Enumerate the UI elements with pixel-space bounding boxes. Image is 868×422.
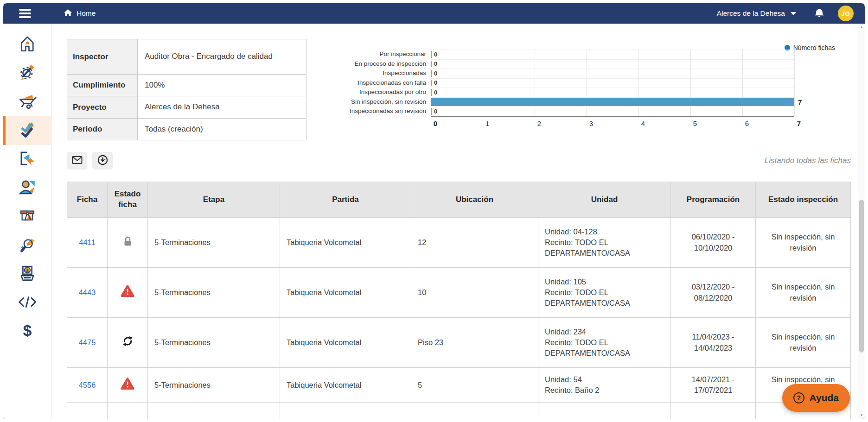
ubicacion-cell: Piso 23 xyxy=(411,318,538,368)
sidebar-item-review[interactable] xyxy=(3,231,51,260)
ficha-link[interactable]: 4556 xyxy=(79,381,96,389)
gridline xyxy=(431,88,794,88)
sidebar-item-planning[interactable] xyxy=(3,202,51,231)
estado-ficha-cell xyxy=(108,403,148,419)
chart-zero-stub xyxy=(431,61,432,68)
chart-x-tick: 6 xyxy=(745,120,749,127)
ubicacion-cell xyxy=(411,403,538,419)
vertical-scrollbar[interactable]: ▲ ▼ xyxy=(858,24,865,419)
table-row: 44755-TerminacionesTabiqueria Volcometal… xyxy=(67,318,851,368)
scroll-down-icon[interactable]: ▼ xyxy=(858,412,865,419)
lock-icon xyxy=(123,240,133,248)
ubicacion-cell: 12 xyxy=(411,218,538,268)
chart-category-label: Inspeccionadas sin revisión xyxy=(343,107,426,116)
chart-x-tick: 5 xyxy=(693,120,697,127)
etapa-cell xyxy=(148,403,280,419)
chart-category-label: En proceso de inspección xyxy=(343,59,426,69)
laptop-dollar-icon: $ xyxy=(18,264,37,285)
sync-icon xyxy=(122,340,134,348)
ficha-cell: 4443 xyxy=(67,268,108,318)
column-header: Ficha xyxy=(67,182,108,218)
summary-value: Auditor Obra - Encargado de calidad xyxy=(138,39,306,75)
programacion-cell: 14/07/2021 - 17/07/2021 xyxy=(671,368,756,403)
column-header: Ubicación xyxy=(411,182,538,218)
project-selector[interactable]: Alerces de la Dehesa xyxy=(717,9,796,18)
ficha-link[interactable]: 4411 xyxy=(79,238,95,246)
chevron-down-icon xyxy=(791,12,796,15)
ficha-cell: 4556 xyxy=(67,368,108,403)
summary-value: Todas (creación) xyxy=(138,118,306,140)
summary-label: Cumplimiento xyxy=(67,75,138,96)
unidad-cell: Unidad: 105Recinto: TODO EL DEPARTAMENTO… xyxy=(538,268,671,318)
ficha-link[interactable]: 4443 xyxy=(79,288,96,296)
programacion-cell: 03/12/2020 - 08/12/2020 xyxy=(671,268,756,318)
partida-cell: Tabiqueria Volcometal xyxy=(280,268,411,318)
download-button[interactable] xyxy=(92,152,113,170)
chart-category-label: Inspeccionadas xyxy=(343,69,426,78)
avatar[interactable]: JG xyxy=(838,6,854,21)
scroll-up-icon[interactable]: ▲ xyxy=(858,24,865,31)
summary-row: InspectorAuditor Obra - Encargado de cal… xyxy=(67,39,306,75)
chart-zero-value: 0 xyxy=(434,79,437,86)
fichas-status-chart: Número fichas Por inspeccionarEn proceso… xyxy=(343,43,853,129)
envelope-icon xyxy=(72,156,83,166)
home-icon xyxy=(18,34,37,55)
export-arrow-icon xyxy=(18,149,37,170)
chart-bar-value: 7 xyxy=(798,98,802,106)
ficha-link[interactable]: 4475 xyxy=(79,338,96,346)
summary-row: PeriodoTodas (creación) xyxy=(67,118,306,140)
chart-zero-value: 0 xyxy=(434,51,437,58)
svg-text:$: $ xyxy=(23,322,32,339)
project-name: Alerces de la Dehesa xyxy=(717,9,785,18)
summary-row: Cumplimiento100% xyxy=(67,75,306,96)
sidebar-item-handover[interactable] xyxy=(3,145,51,174)
sidebar-item-settings[interactable] xyxy=(3,59,51,88)
gear-pencil-icon xyxy=(18,63,37,84)
chart-zero-value: 0 xyxy=(434,70,437,77)
etapa-cell: 5-Terminaciones xyxy=(148,368,280,403)
send-email-button[interactable] xyxy=(67,152,87,170)
chart-category-label: Por inspeccionar xyxy=(343,50,426,59)
legend-label: Número fichas xyxy=(793,44,835,51)
sidebar-item-home[interactable] xyxy=(3,30,51,59)
chart-x-tick: 4 xyxy=(641,120,645,127)
table-toolbar: Listando todas las fichas xyxy=(67,151,851,170)
estado-ficha-cell xyxy=(108,268,148,318)
unidad-cell: Unidad: 234Recinto: TODO EL DEPARTAMENTO… xyxy=(538,318,671,368)
gridline xyxy=(794,50,795,116)
question-mark-icon: ? xyxy=(793,392,804,403)
gridline xyxy=(742,50,743,116)
unidad-cell: Unidad: 04-128Recinto: TODO EL DEPARTAME… xyxy=(538,218,671,268)
column-header: Estado ficha xyxy=(108,182,148,218)
column-header: Unidad xyxy=(538,182,671,218)
summary-label: Inspector xyxy=(67,39,138,75)
sidebar-item-payments[interactable]: $ xyxy=(3,317,51,346)
chart-zero-value: 0 xyxy=(434,108,437,115)
sidebar-item-billing[interactable]: $ xyxy=(3,260,51,289)
help-button[interactable]: ? Ayuda xyxy=(782,384,850,412)
scrollbar-thumb[interactable] xyxy=(859,200,864,353)
summary-label: Periodo xyxy=(67,118,138,140)
wheelbarrow-icon xyxy=(18,91,37,113)
estado-ficha-cell xyxy=(108,368,148,403)
chart-category-label: Inspeccionadas con falla xyxy=(343,78,426,88)
breadcrumb-home[interactable]: Home xyxy=(64,9,96,19)
sidebar-item-inspections[interactable] xyxy=(3,116,51,145)
inspector-summary-table: InspectorAuditor Obra - Encargado de cal… xyxy=(67,39,306,140)
chart-x-tick: 1 xyxy=(485,120,489,127)
gridline xyxy=(535,50,535,116)
code-icon xyxy=(18,292,37,314)
sidebar-item-materials[interactable] xyxy=(3,88,51,116)
chart-zero-value: 0 xyxy=(434,89,437,96)
ubicacion-cell: 5 xyxy=(411,368,538,403)
gridline xyxy=(431,107,794,107)
summary-row: ProyectoAlerces de la Dehesa xyxy=(67,96,306,118)
ubicacion-cell: 10 xyxy=(411,268,538,318)
hamburger-menu-icon[interactable] xyxy=(19,7,31,20)
warning-icon xyxy=(121,290,134,299)
sidebar-item-users[interactable] xyxy=(3,174,51,202)
chart-zero-stub xyxy=(431,80,432,87)
chart-x-tick: 0 xyxy=(434,120,437,127)
sidebar-item-integrations[interactable] xyxy=(3,289,51,317)
notifications-bell-icon[interactable] xyxy=(814,8,825,19)
